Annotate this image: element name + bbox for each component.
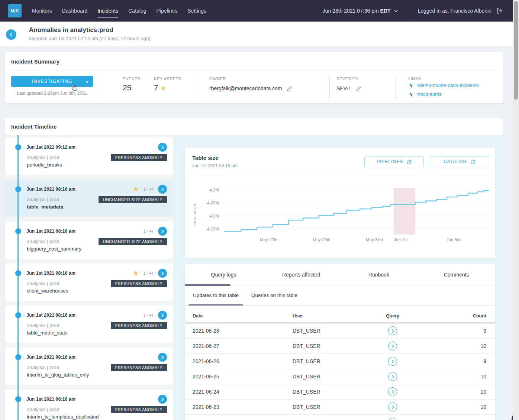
star-icon: ★ [161, 85, 166, 92]
status-dropdown-button[interactable]: INVESTIGATING ▼ [11, 76, 93, 87]
view-query-button[interactable] [388, 372, 397, 381]
subtab-updates-to-this-table[interactable]: Updates to this table [188, 285, 243, 306]
scrollbar-thumb[interactable] [514, 1, 518, 100]
timeline-item[interactable]: Jun 1st 2021 08:16 am ★1st analytics | p… [5, 264, 173, 301]
slack-icon [408, 83, 413, 88]
row-user: DBT_USER [293, 343, 374, 349]
chevron-right-button[interactable] [158, 269, 167, 278]
chevron-right-button[interactable] [158, 143, 167, 152]
nav-item-catalog[interactable]: Catalog [128, 0, 146, 22]
row-user: DBT_USER [293, 389, 374, 395]
timeline-dot [15, 354, 21, 360]
anomaly-badge: FRESHNESS ANOMALY [111, 280, 167, 287]
pipelines-button[interactable]: PIPELINES [364, 156, 424, 167]
timeline-item[interactable]: Jun 1st 2021 09:12 am analytics | prod p… [5, 138, 173, 175]
nav-item-dashboard[interactable]: Dashboard [62, 0, 88, 22]
top-nav: M|C MonitorsDashboardIncidentsCatalogPip… [0, 0, 519, 22]
timeline-item[interactable]: Jun 1st 2021 08:16 am analytics | prod i… [5, 348, 173, 385]
svg-text:4.25M: 4.25M [207, 201, 219, 205]
view-query-button[interactable] [388, 403, 397, 411]
logout-icon[interactable] [496, 7, 504, 15]
anomaly-badge: UNCHANGED SIZE ANOMALY [99, 196, 167, 203]
detail-tabs-card: Query logsReports affectedRunbookComment… [185, 264, 495, 420]
column-header-count: Count [412, 313, 486, 319]
row-date: 2021-06-26 [193, 358, 293, 364]
severity-label: SEVERITY [336, 77, 358, 81]
nav-item-pipelines[interactable]: Pipelines [157, 0, 178, 22]
timeline-item-dataset: analytics | prod [27, 365, 59, 370]
subtab-queries-on-this-table[interactable]: Queries on this table [247, 285, 302, 306]
slack-channel-link[interactable]: #mcd-alerts [416, 91, 442, 97]
query-table-row: 2021-06-24 DBT_USER 10 [185, 384, 495, 400]
timeline-item-date: Jun 1st 2021 09:12 am [26, 145, 75, 150]
datetime-dropdown[interactable]: Jun 28th 2021 07:36 pm EDT [323, 8, 398, 14]
tab-reports-affected[interactable]: Reports affected [262, 264, 340, 285]
timeline-item[interactable]: Jun 1st 2021 08:16 am 1st analytics | pr… [5, 306, 173, 343]
logged-in: Logged in as: Francisco Alberini [418, 7, 504, 15]
tab-runbook[interactable]: Runbook [340, 264, 418, 285]
view-query-button[interactable] [388, 418, 397, 420]
divider [11, 71, 497, 71]
timeline-item-dataset: analytics | prod [27, 407, 59, 412]
chevron-right-button[interactable] [158, 353, 167, 362]
owner-value: rbergfalk@montecarlodata.com [209, 85, 293, 92]
timeline-item-date: Jun 1st 2021 08:16 am [26, 355, 75, 360]
timeline-dot [15, 228, 21, 234]
nav-item-settings[interactable]: Settings [187, 0, 206, 22]
query-table-row: 2021-06-26 DBT_USER 9 [185, 354, 495, 369]
anomaly-badge: UNCHANGED SIZE ANOMALY [99, 238, 167, 245]
links-label: LINKS [408, 77, 421, 81]
chart-canvas: 4.15M4.2M4.25M4.3MMay 27thMay 29thMay 31… [185, 178, 495, 247]
chevron-right-button[interactable] [158, 227, 167, 236]
external-link-icon [407, 159, 412, 164]
row-date: 2021-06-24 [193, 389, 293, 395]
row-date: 2021-06-28 [193, 328, 293, 334]
slack-channel-link[interactable]: #demo-monte-carlo-incidents [416, 83, 479, 88]
chevron-right-button[interactable] [158, 185, 167, 194]
catalog-button[interactable]: CATALOG [430, 156, 489, 167]
timeline-dot [15, 312, 21, 318]
view-query-button[interactable] [388, 357, 397, 366]
timeline-item[interactable]: Jun 1st 2021 08:16 am 1st analytics | pr… [5, 222, 173, 259]
svg-text:May 31st: May 31st [366, 238, 383, 242]
nav-item-incidents[interactable]: Incidents [97, 0, 118, 22]
svg-text:Jun 1st: Jun 1st [394, 238, 408, 242]
timeline-dot [15, 186, 21, 192]
view-query-button[interactable] [388, 387, 397, 396]
timeline-item[interactable]: Jun 1st 2021 08:16 am ★1st analytics | p… [5, 180, 173, 217]
key-assets-value: 7 ★ [154, 83, 166, 92]
column-header-query: Query [374, 313, 412, 319]
svg-text:Jun 3rd: Jun 3rd [447, 238, 461, 242]
slack-link: #demo-monte-carlo-incidents [408, 83, 479, 88]
incident-page: M|C MonitorsDashboardIncidentsCatalogPip… [0, 0, 519, 420]
row-date: 2021-06-25 [193, 374, 293, 379]
timeline-item-dataset: analytics | prod [27, 155, 59, 160]
timeline-item[interactable]: Jun 1st 2021 08:16 am analytics | prod i… [5, 390, 173, 420]
svg-text:4.3M: 4.3M [209, 188, 219, 192]
tab-query-logs[interactable]: Query logs [185, 264, 262, 285]
divider [99, 75, 99, 100]
edit-owner-icon[interactable] [286, 85, 293, 92]
nav-item-monitors[interactable]: Monitors [32, 0, 52, 22]
slack-link: #mcd-alerts [408, 91, 442, 97]
row-count-chart: row count 4.15M4.2M4.25M4.3MMay 27thMay … [185, 178, 495, 247]
chevron-right-button[interactable] [158, 311, 167, 320]
back-button[interactable] [6, 29, 16, 40]
column-header-date: Date [193, 313, 293, 319]
row-user: DBT_USER [293, 358, 374, 364]
view-query-button[interactable] [388, 326, 397, 335]
divider [395, 75, 396, 100]
tab-comments[interactable]: Comments [418, 264, 495, 285]
view-query-button[interactable] [388, 342, 397, 350]
montecarlo-logo[interactable]: M|C [8, 4, 22, 17]
timeline-item-table: interim_tv_qlog_tables_only [27, 372, 89, 378]
page-title: Anomalies in analytics:prod [29, 26, 113, 34]
timeline-title: Incident Timeline [11, 123, 57, 130]
anomaly-badge: FRESHNESS ANOMALY [111, 364, 167, 371]
edit-severity-icon[interactable] [355, 85, 362, 92]
nav-right: Jun 28th 2021 07:36 pm EDT Logged in as:… [323, 5, 504, 16]
incident-timeline-panel: Incident Timeline Jun 1st 2021 09:12 am … [5, 118, 503, 420]
timeline-item-table: table_metric_stats [27, 330, 68, 336]
caret-down-icon: ▼ [86, 80, 89, 84]
chevron-right-button[interactable] [158, 395, 167, 404]
